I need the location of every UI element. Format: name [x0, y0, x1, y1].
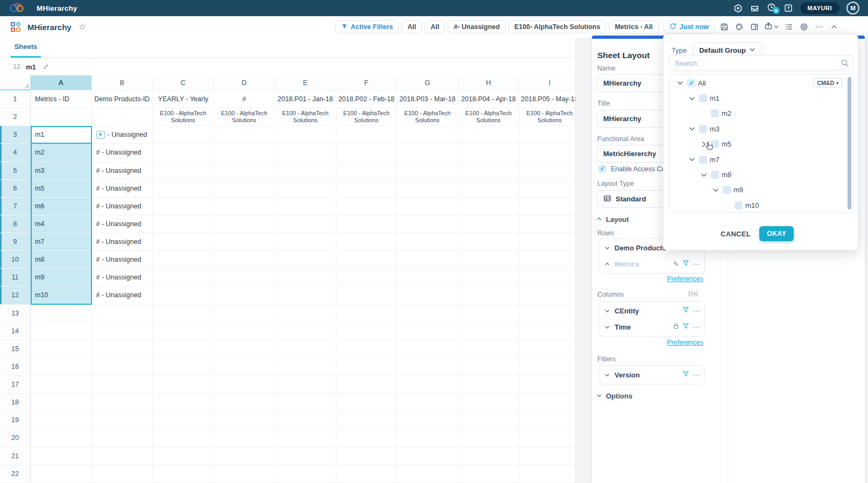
cell-I8[interactable] — [519, 215, 575, 233]
cell-D16[interactable] — [214, 358, 276, 376]
cell-D22[interactable] — [214, 465, 276, 483]
rows-field-metrics[interactable]: Metrics✎⋯ — [599, 256, 704, 272]
chevron-down-icon[interactable] — [603, 245, 611, 251]
cell-H16[interactable] — [458, 358, 520, 376]
filters-field-version[interactable]: Version⋯ — [599, 367, 704, 383]
cell-E13[interactable] — [275, 305, 336, 323]
cell-E11[interactable] — [275, 269, 336, 286]
row-header-9[interactable]: 9 — [0, 233, 31, 251]
cell-H3[interactable] — [458, 126, 520, 144]
cell-A11[interactable]: m9 — [31, 269, 92, 286]
collapse-chevron-icon[interactable] — [829, 22, 839, 32]
cell-G19[interactable] — [397, 411, 458, 429]
cell-E4[interactable] — [275, 144, 336, 162]
cell-I11[interactable] — [519, 269, 575, 286]
cell-G2[interactable]: E100 - AlphaTech Solutions — [397, 108, 458, 126]
layout-columns-icon[interactable] — [749, 22, 760, 32]
cell-I21[interactable] — [519, 447, 575, 465]
okay-button[interactable]: OKAY — [759, 226, 794, 241]
cell-E17[interactable] — [275, 376, 336, 394]
layout-section-header[interactable]: Layout — [596, 215, 629, 223]
cell-G17[interactable] — [397, 376, 458, 394]
cell-H19[interactable] — [458, 411, 520, 429]
more-options-icon[interactable]: ⋯ — [693, 323, 700, 331]
cell-B17[interactable] — [92, 376, 153, 394]
cell-D8[interactable] — [214, 215, 276, 233]
filter-chip-e100-alphatech-solutions[interactable]: E100- AlphaTech Solutions — [509, 20, 606, 33]
chevron-down-icon[interactable] — [700, 171, 708, 179]
active-cell-value[interactable]: m1 — [26, 63, 36, 71]
cell-A14[interactable] — [31, 323, 92, 340]
lock-icon[interactable] — [673, 322, 679, 332]
cell-H12[interactable] — [458, 286, 520, 304]
cell-H11[interactable] — [458, 269, 520, 286]
tree-checkbox-all[interactable]: ✓ — [687, 79, 695, 87]
cell-H2[interactable]: E100 - AlphaTech Solutions — [458, 108, 520, 126]
cell-C6[interactable] — [153, 180, 214, 198]
cell-F14[interactable] — [336, 323, 398, 340]
tree-checkbox-m5[interactable] — [711, 140, 719, 148]
row-header-20[interactable]: 20 — [0, 429, 31, 447]
cell-F12[interactable] — [336, 286, 398, 304]
tree-node-all[interactable]: ✓AllCM&D▾ — [669, 75, 853, 90]
cell-E22[interactable] — [275, 465, 336, 483]
cell-F9[interactable] — [336, 233, 398, 251]
row-header-3[interactable]: 3 — [0, 126, 31, 144]
cell-B12[interactable]: # - Unassigned — [92, 286, 153, 304]
cell-H20[interactable] — [458, 429, 520, 447]
cell-H9[interactable] — [458, 233, 520, 251]
cell-I10[interactable] — [519, 251, 575, 269]
cell-G3[interactable] — [397, 126, 458, 144]
cell-H8[interactable] — [458, 215, 520, 233]
cell-E18[interactable] — [275, 394, 336, 411]
column-header-C[interactable]: C — [153, 75, 214, 90]
tree-node-m2[interactable]: m2 — [669, 106, 853, 121]
palette-icon[interactable] — [734, 22, 745, 32]
chevron-down-icon[interactable] — [603, 324, 611, 330]
tree-node-m10[interactable]: m10 — [669, 198, 853, 213]
cell-G21[interactable] — [397, 447, 458, 465]
cell-E15[interactable] — [275, 340, 336, 358]
cell-F10[interactable] — [336, 251, 398, 269]
row-header-4[interactable]: 4 — [0, 144, 31, 162]
cell-I4[interactable] — [519, 144, 575, 162]
filter-chip-all[interactable]: All — [401, 20, 422, 33]
cell-H1[interactable]: 2018.P04 - Apr-18 — [458, 90, 520, 108]
cell-E12[interactable] — [275, 286, 336, 304]
history-clock-icon[interactable]: 0 — [767, 3, 777, 13]
cell-A6[interactable]: m5 — [31, 180, 92, 198]
cell-A4[interactable]: m2 — [31, 144, 92, 162]
cell-F20[interactable] — [336, 429, 398, 447]
cell-F15[interactable] — [336, 340, 398, 358]
cell-B7[interactable]: # - Unassigned — [92, 198, 153, 215]
cell-G4[interactable] — [397, 144, 458, 162]
row-header-18[interactable]: 18 — [0, 394, 31, 411]
settings-hexagon-icon[interactable] — [733, 3, 743, 13]
cell-H5[interactable] — [458, 162, 520, 180]
row-header-2[interactable]: 2 — [0, 108, 31, 126]
row-header-19[interactable]: 19 — [0, 411, 31, 429]
cell-filter-icon[interactable] — [96, 131, 105, 139]
cell-F17[interactable] — [336, 376, 398, 394]
cell-F13[interactable] — [336, 305, 398, 323]
row-header-5[interactable]: 5 — [0, 162, 31, 180]
row-header-12[interactable]: 12 — [0, 286, 31, 304]
cell-B21[interactable] — [92, 447, 153, 465]
cell-F4[interactable] — [336, 144, 398, 162]
cell-A2[interactable] — [31, 108, 92, 126]
cell-E10[interactable] — [275, 251, 336, 269]
more-options-icon[interactable]: ⋯ — [814, 22, 824, 32]
cell-H22[interactable] — [458, 465, 520, 483]
chevron-down-icon[interactable] — [676, 79, 684, 87]
hierarchy-badge[interactable]: CM&D▾ — [813, 78, 842, 88]
cell-I19[interactable] — [519, 411, 575, 429]
options-section-header[interactable]: Options — [596, 392, 632, 400]
cell-C13[interactable] — [153, 305, 214, 323]
tree-node-m5[interactable]: m5 — [669, 137, 853, 152]
cell-H7[interactable] — [458, 198, 520, 215]
chevron-down-icon[interactable] — [603, 308, 611, 314]
cell-F8[interactable] — [336, 215, 398, 233]
cell-E2[interactable]: E100 - AlphaTech Solutions — [275, 108, 336, 126]
cell-C19[interactable] — [153, 411, 214, 429]
cell-I5[interactable] — [519, 162, 575, 180]
